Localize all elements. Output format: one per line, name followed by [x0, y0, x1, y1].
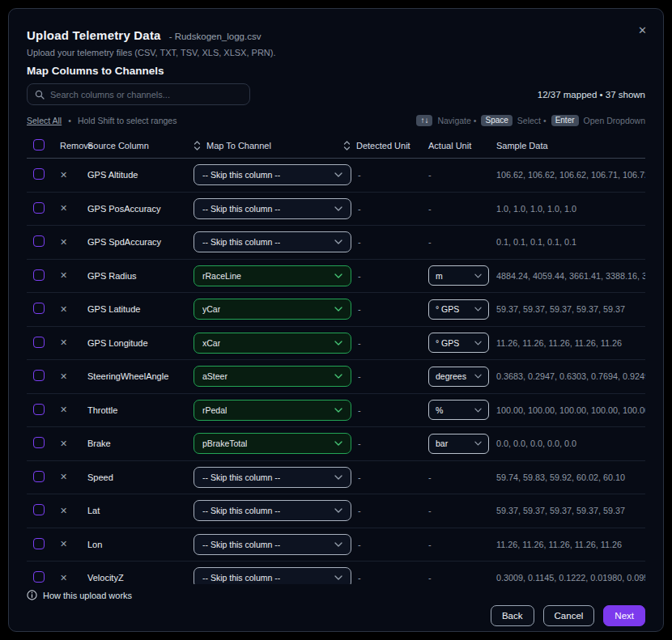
row-checkbox[interactable] — [33, 168, 45, 180]
next-button[interactable]: Next — [603, 605, 645, 626]
actual-unit-empty: - — [428, 473, 432, 482]
detected-unit-value: - — [358, 204, 361, 214]
sample-data-value: 1.0, 1.0, 1.0, 1.0, 1.0 — [496, 204, 576, 214]
actual-unit-select[interactable]: m — [428, 265, 489, 286]
remove-icon[interactable]: ✕ — [53, 439, 67, 448]
select-all-link[interactable]: Select All — [27, 116, 62, 125]
detected-unit-value: - — [358, 573, 361, 583]
modal-subtitle: Upload your telemetry files (CSV, TXT, T… — [27, 48, 645, 57]
row-checkbox[interactable] — [33, 303, 45, 314]
detected-unit-value: - — [358, 237, 361, 247]
map-channel-select[interactable]: -- Skip this column -- — [194, 164, 351, 185]
map-channel-select[interactable]: -- Skip this column -- — [194, 500, 351, 521]
detected-unit-value: - — [358, 540, 361, 549]
search-input[interactable] — [50, 90, 242, 100]
source-column-label: GPS Altitude — [87, 170, 138, 180]
sample-data-value: 0.0, 0.0, 0.0, 0.0, 0.0 — [496, 439, 576, 448]
source-column-label: SteeringWheelAngle — [87, 371, 168, 381]
help-link-label: How this upload works — [43, 591, 132, 600]
sort-icon[interactable] — [343, 140, 351, 151]
table-row: ✕ SteeringWheelAngle aSteer - degrees 0.… — [27, 360, 645, 394]
mapped-status: 12/37 mapped • 37 shown — [538, 90, 645, 100]
toolbar: 12/37 mapped • 37 shown — [27, 83, 645, 105]
sort-icon[interactable] — [194, 140, 201, 151]
remove-icon[interactable]: ✕ — [53, 472, 67, 481]
row-checkbox[interactable] — [33, 235, 45, 247]
upload-telemetry-modal: ✕ Upload Telemetry Data - Rudskogen_logg… — [8, 8, 664, 632]
source-column-label: Lon — [87, 540, 102, 549]
remove-icon[interactable]: ✕ — [53, 506, 67, 515]
close-icon[interactable]: ✕ — [638, 25, 647, 36]
map-channel-select[interactable]: yCar — [194, 299, 351, 320]
map-channel-select[interactable]: rPedal — [194, 400, 351, 421]
sample-data-value: 11.26, 11.26, 11.26, 11.26, 11.26 — [496, 540, 622, 549]
remove-icon[interactable]: ✕ — [53, 237, 67, 247]
source-column-label: GPS Latitude — [87, 304, 140, 314]
map-channel-select[interactable]: -- Skip this column -- — [194, 534, 351, 555]
actual-unit-select[interactable]: ° GPS — [428, 333, 489, 353]
row-checkbox[interactable] — [33, 269, 45, 281]
sample-data-value: 59.37, 59.37, 59.37, 59.37, 59.37 — [496, 506, 625, 515]
table-row: ✕ Brake pBrakeTotal - bar 0.0, 0.0, 0.0,… — [27, 427, 645, 461]
actual-unit-select[interactable]: % — [428, 400, 489, 420]
map-channel-select[interactable]: xCar — [194, 333, 351, 354]
actual-unit-select[interactable]: ° GPS — [428, 299, 489, 320]
row-checkbox[interactable] — [33, 370, 45, 381]
row-checkbox[interactable] — [33, 337, 45, 348]
actual-unit-select[interactable]: degrees — [428, 367, 489, 387]
table-row: ✕ GPS Radius rRaceLine - m 4884.24, 4059… — [27, 260, 645, 294]
actual-unit-empty: - — [428, 540, 432, 549]
row-checkbox[interactable] — [33, 571, 45, 583]
map-channel-select[interactable]: pBrakeTotal — [194, 433, 351, 454]
remove-icon[interactable]: ✕ — [53, 304, 67, 314]
source-column-label: VelocityZ — [87, 573, 124, 583]
detected-unit-value: - — [358, 271, 361, 281]
remove-icon[interactable]: ✕ — [53, 170, 67, 180]
table-row: ✕ Lon -- Skip this column -- - - 11.26, … — [27, 528, 645, 562]
remove-icon[interactable]: ✕ — [53, 203, 67, 213]
actual-unit-select[interactable]: bar — [428, 434, 489, 454]
detected-unit-value: - — [358, 405, 361, 415]
row-checkbox[interactable] — [33, 202, 45, 214]
actual-unit-empty: - — [428, 573, 432, 583]
table-row: ✕ Throttle rPedal - % 100.00, 100.00, 10… — [27, 394, 645, 428]
row-checkbox[interactable] — [33, 404, 45, 415]
search-box[interactable] — [27, 83, 250, 105]
header-detected-unit: Detected Unit — [356, 141, 410, 150]
remove-icon[interactable]: ✕ — [53, 539, 67, 549]
map-channel-select[interactable]: rRaceLine — [194, 265, 351, 286]
remove-icon[interactable]: ✕ — [53, 371, 67, 381]
table-header: Remove Source Column Map To Channel Dete… — [27, 134, 645, 159]
row-checkbox[interactable] — [33, 504, 45, 515]
sample-data-value: 0.3009, 0.1145, 0.1222, 0.01980, 0.09580 — [496, 573, 645, 583]
map-channel-select[interactable]: -- Skip this column -- — [194, 567, 351, 584]
header-sample-data: Sample Data — [496, 141, 645, 150]
row-checkbox[interactable] — [33, 471, 45, 482]
remove-icon[interactable]: ✕ — [53, 270, 67, 280]
shift-hint: Hold Shift to select ranges — [78, 116, 177, 125]
hints-row: Select All • Hold Shift to select ranges… — [27, 115, 645, 126]
source-column-label: Speed — [87, 473, 113, 482]
actual-unit-empty: - — [428, 204, 432, 214]
remove-icon[interactable]: ✕ — [53, 337, 67, 347]
source-column-label: GPS Longitude — [87, 338, 148, 348]
remove-icon[interactable]: ✕ — [53, 405, 67, 414]
sample-data-value: 100.00, 100.00, 100.00, 100.00, 100.00 — [496, 405, 645, 415]
map-channel-select[interactable]: aSteer — [194, 366, 351, 387]
cancel-button[interactable]: Cancel — [543, 605, 595, 626]
back-button[interactable]: Back — [491, 605, 534, 626]
row-checkbox[interactable] — [33, 538, 45, 549]
source-column-label: Lat — [87, 506, 100, 515]
table-row: ✕ GPS SpdAccuracy -- Skip this column --… — [27, 226, 645, 260]
source-column-label: GPS PosAccuracy — [87, 204, 160, 214]
modal-header: Upload Telemetry Data - Rudskogen_logg.c… — [27, 9, 645, 42]
detected-unit-value: - — [358, 473, 361, 482]
help-link[interactable]: How this upload works — [27, 590, 645, 600]
remove-icon[interactable]: ✕ — [53, 573, 67, 583]
map-channel-select[interactable]: -- Skip this column -- — [194, 467, 351, 488]
navigate-hint: Navigate • — [437, 116, 476, 125]
row-checkbox[interactable] — [33, 437, 45, 448]
map-channel-select[interactable]: -- Skip this column -- — [194, 231, 351, 252]
select-all-checkbox[interactable] — [33, 139, 45, 150]
map-channel-select[interactable]: -- Skip this column -- — [194, 198, 351, 219]
